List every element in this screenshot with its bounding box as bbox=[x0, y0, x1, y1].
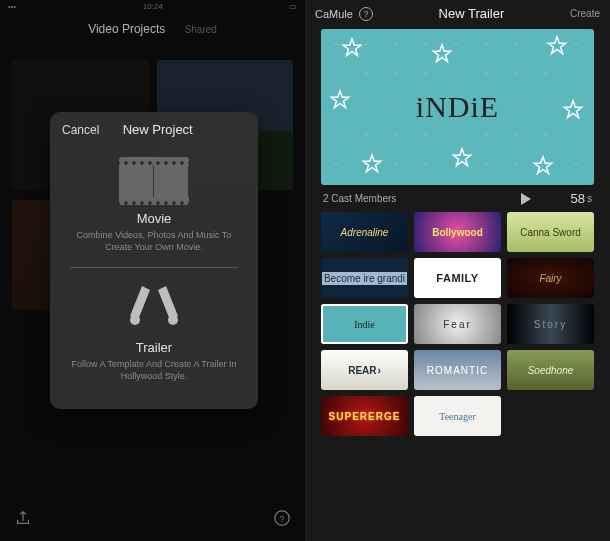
svg-point-2 bbox=[130, 315, 140, 325]
status-time: 10:24 bbox=[143, 2, 163, 10]
movie-option[interactable]: Movie Combine Videos, Photos And Music T… bbox=[50, 143, 258, 265]
star-icon bbox=[562, 99, 584, 121]
svg-point-3 bbox=[168, 315, 178, 325]
movie-label: Movie bbox=[66, 211, 242, 226]
trailer-preview[interactable]: iNDiE bbox=[321, 29, 594, 185]
projects-header: Video Projects Shared bbox=[0, 12, 305, 42]
template-supererge[interactable]: SUPERERGE bbox=[321, 396, 408, 436]
template-soedhone[interactable]: Soedhone bbox=[507, 350, 594, 390]
template-romantic[interactable]: ROMANTIC bbox=[414, 350, 501, 390]
projects-screen: ••• 10:24 ▭ Video Projects Shared Cancel… bbox=[0, 0, 305, 541]
movie-desc: Combine Videos, Photos And Music To Crea… bbox=[66, 230, 242, 253]
svg-marker-0 bbox=[130, 286, 150, 320]
trailer-option[interactable]: Trailer Follow A Template And Create A T… bbox=[50, 270, 258, 394]
trailer-label: Trailer bbox=[66, 340, 242, 355]
play-button[interactable] bbox=[521, 193, 531, 205]
star-icon bbox=[532, 155, 554, 177]
export-icon[interactable] bbox=[14, 509, 32, 531]
star-icon bbox=[546, 35, 568, 57]
header-title: Video Projects bbox=[88, 22, 165, 36]
divider bbox=[70, 267, 238, 268]
template-family[interactable]: FAMILY bbox=[414, 258, 501, 298]
new-trailer-screen: CaMule ? New Trailer Create iNDiE 2 Cast… bbox=[305, 0, 610, 541]
help-icon[interactable]: ? bbox=[359, 7, 373, 21]
template-teenager[interactable]: Teenager bbox=[414, 396, 501, 436]
back-button[interactable]: CaMule bbox=[315, 8, 353, 20]
star-icon bbox=[451, 147, 473, 169]
template-grid: Adrenaline Bollywood Canna Sword Become … bbox=[305, 212, 610, 436]
create-button[interactable]: Create bbox=[570, 8, 600, 19]
screen-title: New Trailer bbox=[373, 6, 570, 21]
battery-icon: ▭ bbox=[289, 2, 297, 10]
template-adrenaline[interactable]: Adrenaline bbox=[321, 212, 408, 252]
template-story[interactable]: Story bbox=[507, 304, 594, 344]
header-secondary: Shared bbox=[185, 24, 217, 35]
template-rear[interactable]: REAR bbox=[321, 350, 408, 390]
template-indie[interactable]: Indie bbox=[321, 304, 408, 344]
new-project-modal: Cancel New Project Movie Combine Videos,… bbox=[50, 112, 258, 409]
template-canna-sword[interactable]: Canna Sword bbox=[507, 212, 594, 252]
template-bollywood[interactable]: Bollywood bbox=[414, 212, 501, 252]
help-icon[interactable]: ? bbox=[273, 509, 291, 531]
signal-icon: ••• bbox=[8, 2, 16, 10]
template-fear[interactable]: Fear bbox=[414, 304, 501, 344]
duration-number: 58 bbox=[571, 191, 585, 206]
star-icon bbox=[329, 89, 351, 111]
cast-members-label[interactable]: 2 Cast Members bbox=[323, 193, 521, 204]
svg-text:?: ? bbox=[279, 514, 284, 524]
modal-title: New Project bbox=[69, 122, 246, 137]
star-icon bbox=[361, 153, 383, 175]
template-become[interactable]: Become ire grandi bbox=[321, 258, 408, 298]
template-fairy[interactable]: Fairy bbox=[507, 258, 594, 298]
star-icon bbox=[431, 43, 453, 65]
spotlights-icon bbox=[66, 284, 242, 334]
svg-marker-1 bbox=[158, 286, 178, 320]
star-icon bbox=[341, 37, 363, 59]
preview-title: iNDiE bbox=[416, 90, 499, 124]
filmstrip-icon bbox=[66, 157, 242, 205]
trailer-desc: Follow A Template And Create A Trailer I… bbox=[66, 359, 242, 382]
status-bar: ••• 10:24 ▭ bbox=[0, 0, 305, 12]
duration-unit: s bbox=[587, 193, 592, 204]
